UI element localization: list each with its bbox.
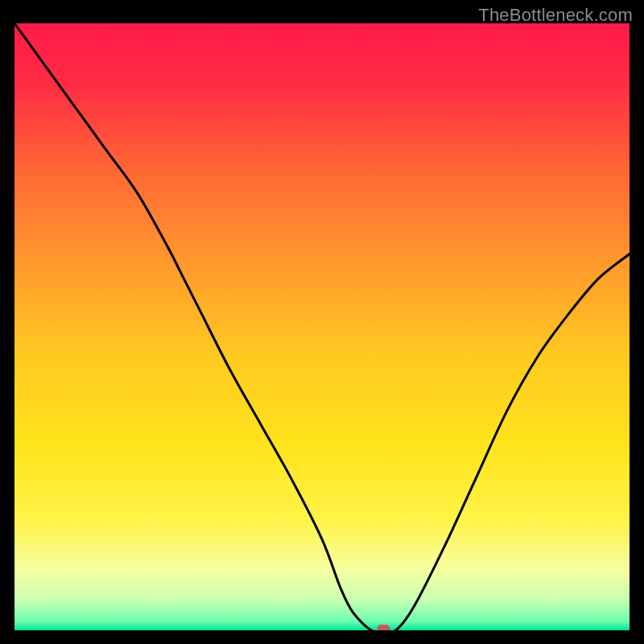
- chart-container: TheBottleneck.com: [0, 0, 644, 644]
- plot-area: [14, 23, 630, 630]
- watermark-text: TheBottleneck.com: [478, 5, 633, 26]
- bottleneck-curve-chart: [14, 23, 630, 630]
- optimum-marker: [377, 625, 390, 630]
